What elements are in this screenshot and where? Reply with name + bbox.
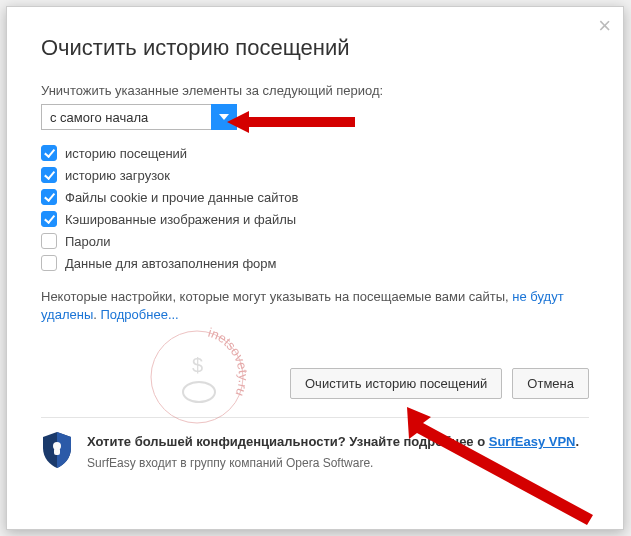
checkbox[interactable]	[41, 233, 57, 249]
dialog-title: Очистить историю посещений	[41, 35, 589, 61]
option-row: Пароли	[41, 230, 589, 252]
period-select[interactable]: с самого начала	[41, 104, 589, 130]
learn-more-link[interactable]: Подробнее...	[100, 307, 178, 322]
checkbox[interactable]	[41, 167, 57, 183]
footer-title: Хотите большей конфиденциальности? Узнай…	[87, 432, 579, 452]
footer-text: Хотите большей конфиденциальности? Узнай…	[87, 432, 579, 472]
surfeasy-link[interactable]: SurfEasy VPN	[489, 434, 576, 449]
option-row: Кэшированные изображения и файлы	[41, 208, 589, 230]
period-value: с самого начала	[41, 104, 211, 130]
checkbox[interactable]	[41, 255, 57, 271]
option-label: историю посещений	[65, 146, 187, 161]
checkbox[interactable]	[41, 189, 57, 205]
chevron-down-icon[interactable]	[211, 104, 237, 130]
svg-rect-1	[54, 448, 60, 455]
close-icon[interactable]: ×	[598, 15, 611, 37]
option-label: Файлы cookie и прочие данные сайтов	[65, 190, 298, 205]
info-text: Некоторые настройки, которые могут указы…	[41, 288, 589, 324]
option-row: Файлы cookie и прочие данные сайтов	[41, 186, 589, 208]
shield-icon	[41, 432, 73, 468]
period-label: Уничтожить указанные элементы за следующ…	[41, 83, 589, 98]
clear-history-dialog: × Очистить историю посещений Уничтожить …	[6, 6, 624, 530]
option-label: Пароли	[65, 234, 111, 249]
option-label: Данные для автозаполнения форм	[65, 256, 277, 271]
option-row: историю загрузок	[41, 164, 589, 186]
cancel-button[interactable]: Отмена	[512, 368, 589, 399]
footer: Хотите большей конфиденциальности? Узнай…	[41, 418, 589, 472]
option-label: историю загрузок	[65, 168, 170, 183]
clear-button[interactable]: Очистить историю посещений	[290, 368, 502, 399]
option-row: историю посещений	[41, 142, 589, 164]
footer-subtext: SurfEasy входит в группу компаний Opera …	[87, 454, 579, 472]
action-buttons: Очистить историю посещений Отмена	[41, 368, 589, 418]
option-row: Данные для автозаполнения форм	[41, 252, 589, 274]
checkbox[interactable]	[41, 145, 57, 161]
checkbox[interactable]	[41, 211, 57, 227]
options-list: историю посещенийисторию загрузокФайлы c…	[41, 142, 589, 274]
option-label: Кэшированные изображения и файлы	[65, 212, 296, 227]
info-prefix: Некоторые настройки, которые могут указы…	[41, 289, 512, 304]
